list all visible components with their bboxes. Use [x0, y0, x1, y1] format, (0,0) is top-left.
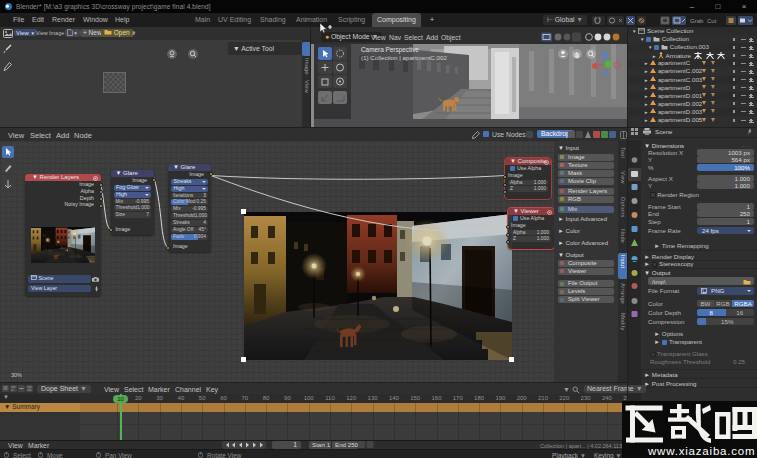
svg-text:Grab: Grab [690, 17, 704, 23]
svg-text:www.xiazaiba.com: www.xiazaiba.com [647, 445, 755, 457]
svg-text:Cut: Cut [707, 17, 717, 23]
